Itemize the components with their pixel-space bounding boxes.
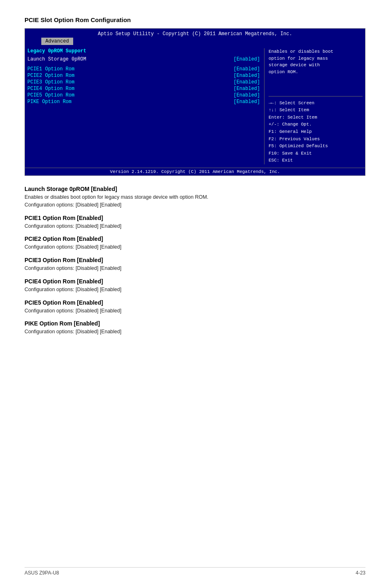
doc-heading-1: PCIE1 Option Rom [Enabled] xyxy=(25,215,365,221)
bios-option-label-4: PCIE5 Option Rom xyxy=(27,92,74,98)
bios-option-row-0: PCIE1 Option Rom[Enabled] xyxy=(27,66,260,72)
bios-option-value-4: [Enabled] xyxy=(233,92,260,98)
doc-heading-5: PCIE5 Option Rom [Enabled] xyxy=(25,299,365,306)
bios-option-value-2: [Enabled] xyxy=(233,79,260,85)
bios-key-help-line-4: F1: General Help xyxy=(269,128,363,136)
bios-option-value-1: [Enabled] xyxy=(233,73,260,79)
doc-config-2: Configuration options: [Disabled] [Enabl… xyxy=(25,243,365,251)
bios-option-value-0: [Enabled] xyxy=(233,66,260,72)
doc-sections: Launch Storage 0pROM [Enabled]Enables or… xyxy=(25,186,365,336)
footer-left: ASUS Z9PA-U8 xyxy=(25,570,59,576)
bios-launch-storage-value: [Enabled] xyxy=(233,56,260,62)
bios-option-label-1: PCIE2 Option Rom xyxy=(27,73,74,79)
bios-content: Legacy 0pROM Support Launch Storage 0pRO… xyxy=(25,45,365,168)
bios-launch-storage-label: Launch Storage 0pROM xyxy=(27,56,86,62)
bios-key-help-line-6: F5: Optimized Defaults xyxy=(269,143,363,150)
bios-option-row-3: PCIE4 Option Rom[Enabled] xyxy=(27,86,260,92)
doc-section-5: PCIE5 Option Rom [Enabled]Configuration … xyxy=(25,299,365,315)
bios-option-value-5: [Enabled] xyxy=(233,99,260,105)
bios-option-label-5: PIKE Option Rom xyxy=(27,99,72,105)
doc-config-5: Configuration options: [Disabled] [Enabl… xyxy=(25,307,365,315)
doc-config-0: Configuration options: [Disabled] [Enabl… xyxy=(25,201,365,209)
doc-heading-4: PCIE4 Option Rom [Enabled] xyxy=(25,278,365,285)
page-footer: ASUS Z9PA-U8 4-23 xyxy=(25,567,365,576)
bios-footer: Version 2.14.1219. Copyright (C) 2011 Am… xyxy=(25,168,365,175)
bios-key-help-line-0: →←: Select Screen xyxy=(269,100,363,107)
bios-tab-bar: Advanced xyxy=(25,38,365,45)
doc-description-0: Enables or disables boot option for lega… xyxy=(25,193,365,201)
doc-config-1: Configuration options: [Disabled] [Enabl… xyxy=(25,222,365,230)
bios-key-help-line-8: ESC: Exit xyxy=(269,157,363,164)
doc-heading-6: PIKE Option Rom [Enabled] xyxy=(25,320,365,327)
bios-right-panel: Enables or disables boot option for lega… xyxy=(264,48,363,164)
doc-heading-0: Launch Storage 0pROM [Enabled] xyxy=(25,186,365,192)
doc-section-2: PCIE2 Option Rom [Enabled]Configuration … xyxy=(25,236,365,251)
bios-option-value-3: [Enabled] xyxy=(233,86,260,92)
bios-option-rows: PCIE1 Option Rom[Enabled]PCIE2 Option Ro… xyxy=(27,66,260,105)
doc-heading-2: PCIE2 Option Rom [Enabled] xyxy=(25,236,365,242)
bios-option-label-0: PCIE1 Option Rom xyxy=(27,66,74,72)
bios-key-help-line-7: F10: Save & Exit xyxy=(269,150,363,157)
bios-header: Aptio Setup Utility - Copyright (C) 2011… xyxy=(25,29,365,38)
bios-key-help-line-1: ↑↓: Select Item xyxy=(269,107,363,114)
doc-config-6: Configuration options: [Disabled] [Enabl… xyxy=(25,328,365,336)
bios-option-row-1: PCIE2 Option Rom[Enabled] xyxy=(27,73,260,79)
doc-heading-3: PCIE3 Option Rom [Enabled] xyxy=(25,257,365,263)
bios-option-label-3: PCIE4 Option Rom xyxy=(27,86,74,92)
bios-screen: Aptio Setup Utility - Copyright (C) 2011… xyxy=(25,28,365,176)
doc-section-1: PCIE1 Option Rom [Enabled]Configuration … xyxy=(25,215,365,230)
bios-header-line: Aptio Setup Utility - Copyright (C) 2011… xyxy=(25,30,365,38)
bios-help-text: Enables or disables boot option for lega… xyxy=(269,48,363,75)
doc-config-4: Configuration options: [Disabled] [Enabl… xyxy=(25,286,365,294)
bios-left-panel: Legacy 0pROM Support Launch Storage 0pRO… xyxy=(27,48,264,164)
page-title: PCIE Slot Option Rom Configuration xyxy=(25,16,365,23)
bios-option-label-2: PCIE3 Option Rom xyxy=(27,79,74,85)
bios-key-help: →←: Select Screen↑↓: Select ItemEnter: S… xyxy=(269,96,363,164)
footer-right: 4-23 xyxy=(356,570,365,576)
bios-key-help-line-5: F2: Previous Values xyxy=(269,136,363,143)
doc-section-4: PCIE4 Option Rom [Enabled]Configuration … xyxy=(25,278,365,294)
doc-section-3: PCIE3 Option Rom [Enabled]Configuration … xyxy=(25,257,365,272)
bios-option-row-5: PIKE Option Rom[Enabled] xyxy=(27,99,260,105)
bios-section-title: Legacy 0pROM Support xyxy=(27,48,260,54)
bios-key-help-line-3: +/-: Change Opt. xyxy=(269,121,363,128)
bios-launch-storage-row: Launch Storage 0pROM [Enabled] xyxy=(27,56,260,62)
bios-option-row-2: PCIE3 Option Rom[Enabled] xyxy=(27,79,260,85)
doc-section-0: Launch Storage 0pROM [Enabled]Enables or… xyxy=(25,186,365,209)
bios-option-row-4: PCIE5 Option Rom[Enabled] xyxy=(27,92,260,98)
doc-config-3: Configuration options: [Disabled] [Enabl… xyxy=(25,265,365,272)
doc-section-6: PIKE Option Rom [Enabled]Configuration o… xyxy=(25,320,365,336)
bios-tab-advanced: Advanced xyxy=(41,38,73,45)
bios-key-help-line-2: Enter: Select Item xyxy=(269,114,363,121)
